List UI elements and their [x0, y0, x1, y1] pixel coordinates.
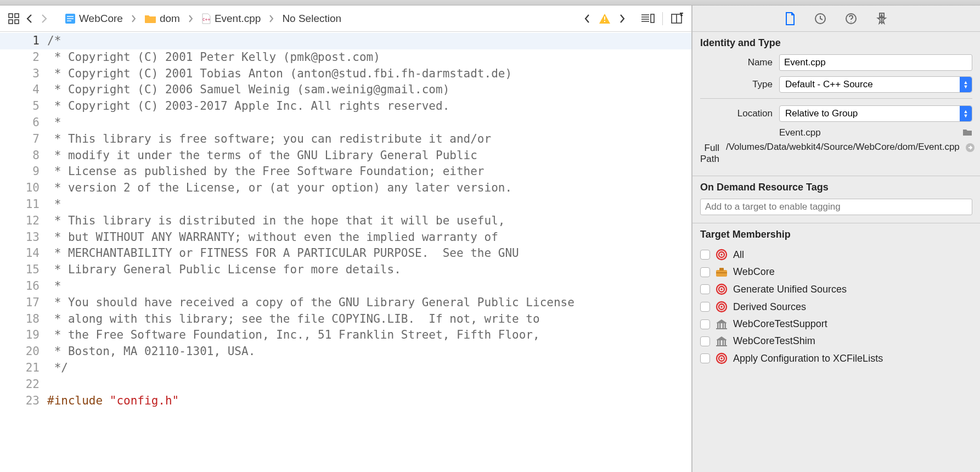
- chevron-right-icon: [185, 14, 196, 24]
- inspector-panel: Identity and Type Name Type Default - C+…: [692, 5, 980, 472]
- target-icon: [716, 283, 728, 295]
- line-number[interactable]: 10: [0, 180, 47, 196]
- building-icon: [716, 336, 728, 347]
- code-line[interactable]: * MERCHANTABILITY or FITNESS FOR A PARTI…: [47, 245, 691, 262]
- code-line[interactable]: * Copyright (C) 2001 Tobias Anton (anton…: [47, 66, 691, 82]
- issue-prev-icon[interactable]: [583, 13, 591, 24]
- code-line[interactable]: * This library is free software; you can…: [47, 131, 691, 148]
- code-line[interactable]: *: [47, 196, 691, 213]
- line-number[interactable]: 19: [0, 327, 47, 344]
- line-number[interactable]: 7: [0, 131, 47, 148]
- code-line[interactable]: * along with this library; see the file …: [47, 311, 691, 328]
- target-membership-heading: Target Membership: [700, 229, 972, 240]
- nav-forward-icon[interactable]: [40, 13, 48, 25]
- target-checkbox[interactable]: [700, 302, 710, 312]
- name-field[interactable]: [779, 54, 972, 71]
- history-inspector-tab[interactable]: [814, 13, 826, 25]
- target-checkbox[interactable]: [700, 353, 710, 363]
- issue-next-icon[interactable]: [618, 13, 626, 24]
- line-number[interactable]: 16: [0, 278, 47, 295]
- code-line[interactable]: #include "config.h": [47, 393, 691, 409]
- target-label: WebCoreTestShim: [733, 335, 815, 347]
- attributes-inspector-tab[interactable]: [876, 12, 888, 25]
- target-checkbox[interactable]: [700, 250, 710, 260]
- svg-point-38: [720, 357, 723, 359]
- reveal-arrow-icon[interactable]: [965, 143, 975, 153]
- line-number[interactable]: 12: [0, 213, 47, 229]
- related-items-icon[interactable]: [8, 13, 20, 25]
- line-gutter[interactable]: 1234567891011121314151617181920212223: [0, 32, 47, 472]
- help-inspector-tab[interactable]: [845, 13, 857, 25]
- svg-rect-18: [719, 268, 724, 271]
- line-number[interactable]: 5: [0, 98, 47, 115]
- code-line[interactable]: * but WITHOUT ANY WARRANTY; without even…: [47, 229, 691, 246]
- code-line[interactable]: /*: [47, 33, 691, 49]
- type-select[interactable]: Default - C++ Source ▲▼: [779, 76, 972, 93]
- target-checkbox[interactable]: [700, 319, 710, 329]
- breadcrumb-selection[interactable]: No Selection: [282, 13, 341, 25]
- line-number[interactable]: 18: [0, 311, 47, 328]
- line-number[interactable]: 15: [0, 262, 47, 278]
- line-number[interactable]: 1: [0, 33, 47, 49]
- target-checkbox[interactable]: [700, 267, 710, 277]
- code-line[interactable]: * the Free Software Foundation, Inc., 51…: [47, 327, 691, 344]
- line-number[interactable]: 21: [0, 360, 47, 377]
- line-number[interactable]: 23: [0, 393, 47, 409]
- code-line[interactable]: *: [47, 278, 691, 295]
- svg-rect-33: [723, 340, 724, 345]
- location-select[interactable]: Relative to Group ▲▼: [779, 105, 972, 122]
- line-number[interactable]: 13: [0, 229, 47, 246]
- location-label: Location: [700, 108, 773, 119]
- svg-rect-27: [719, 323, 721, 328]
- line-number[interactable]: 17: [0, 295, 47, 311]
- line-number[interactable]: 9: [0, 164, 47, 180]
- target-checkbox[interactable]: [700, 336, 710, 346]
- fullpath-label: Full Path: [700, 142, 719, 165]
- line-number[interactable]: 6: [0, 115, 47, 131]
- line-number[interactable]: 3: [0, 66, 47, 82]
- code-line[interactable]: * version 2 of the License, or (at your …: [47, 180, 691, 196]
- toolbox-icon: [716, 267, 728, 277]
- file-inspector-tab[interactable]: [785, 12, 796, 25]
- code-line[interactable]: *: [47, 115, 691, 131]
- line-number[interactable]: 20: [0, 344, 47, 360]
- nav-back-icon[interactable]: [25, 13, 34, 25]
- svg-rect-26: [717, 323, 719, 328]
- line-number[interactable]: 4: [0, 82, 47, 98]
- chevron-right-icon: [128, 14, 139, 24]
- svg-rect-6: [604, 16, 605, 20]
- line-number[interactable]: 2: [0, 49, 47, 66]
- building-icon: [716, 319, 728, 330]
- svg-rect-3: [15, 20, 19, 24]
- breadcrumb-project[interactable]: WebCore: [65, 13, 123, 25]
- code-line[interactable]: * Copyright (C) 2001 Peter Kelly (pmk@po…: [47, 49, 691, 66]
- line-number[interactable]: 8: [0, 148, 47, 164]
- toolbar-divider: [662, 12, 663, 25]
- code-line[interactable]: * This library is distributed in the hop…: [47, 213, 691, 229]
- code-line[interactable]: * Library General Public License for mor…: [47, 262, 691, 278]
- code-line[interactable]: * Copyright (C) 2003-2017 Apple Inc. All…: [47, 98, 691, 115]
- target-membership-section: Target Membership AllWebCoreGenerate Uni…: [692, 223, 980, 369]
- line-number[interactable]: 14: [0, 245, 47, 262]
- source-editor[interactable]: 1234567891011121314151617181920212223 /*…: [0, 32, 691, 472]
- svg-point-22: [720, 288, 723, 290]
- add-editor-icon[interactable]: [671, 13, 684, 25]
- code-line[interactable]: [47, 377, 691, 393]
- line-number[interactable]: 22: [0, 377, 47, 393]
- adjust-editor-icon[interactable]: [640, 13, 655, 25]
- code-line[interactable]: * Boston, MA 02110-1301, USA.: [47, 344, 691, 360]
- choose-folder-icon[interactable]: [962, 128, 972, 136]
- code-line[interactable]: * You should have received a copy of the…: [47, 295, 691, 311]
- code-line[interactable]: * modify it under the terms of the GNU L…: [47, 148, 691, 164]
- breadcrumb-file[interactable]: c++ Event.cpp: [201, 13, 261, 25]
- svg-point-16: [720, 254, 723, 256]
- line-number[interactable]: 11: [0, 196, 47, 213]
- target-checkbox[interactable]: [700, 284, 710, 294]
- code-line[interactable]: */: [47, 360, 691, 377]
- warning-icon[interactable]: [599, 13, 611, 24]
- code-line[interactable]: * Copyright (C) 2006 Samuel Weinig (sam.…: [47, 82, 691, 98]
- location-select-value: Relative to Group: [779, 105, 972, 122]
- code-content[interactable]: /* * Copyright (C) 2001 Peter Kelly (pmk…: [47, 32, 691, 472]
- code-line[interactable]: * License as published by the Free Softw…: [47, 164, 691, 180]
- breadcrumb-folder[interactable]: dom: [144, 13, 180, 25]
